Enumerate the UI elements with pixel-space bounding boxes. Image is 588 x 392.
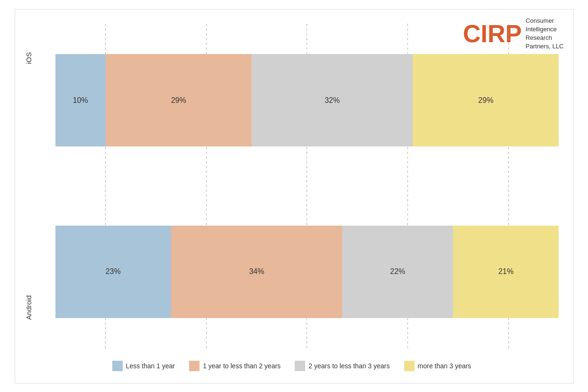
legend-swatch-gray	[295, 361, 305, 371]
ios-seg-blue: 10%	[55, 54, 106, 146]
legend: Less than 1 year 1 year to less than 2 y…	[25, 354, 559, 374]
chart-area: iOS Android 10% 29%	[25, 24, 559, 349]
legend-item-peach: 1 year to less than 2 years	[189, 361, 280, 371]
legend-swatch-blue	[112, 361, 123, 371]
legend-label-blue: Less than 1 year	[126, 362, 175, 370]
legend-label-gray: 2 years to less than 3 years	[308, 362, 389, 370]
ios-seg-gray: 32%	[252, 54, 413, 146]
android-stacked-bar: 23% 34% 22% 21%	[55, 226, 559, 318]
bars-wrapper: 10% 29% 32% 29% 23% 34% 22% 21%	[55, 24, 559, 349]
ios-bar-row: 10% 29% 32% 29%	[55, 24, 559, 164]
android-bar-row: 23% 34% 22% 21%	[55, 209, 559, 349]
ios-seg-yellow: 29%	[413, 54, 559, 146]
chart-container: CIRP Consumer Intelligence Research Part…	[15, 9, 574, 383]
y-label-android: Android	[25, 295, 51, 320]
legend-item-gray: 2 years to less than 3 years	[295, 361, 389, 371]
legend-item-blue: Less than 1 year	[112, 361, 175, 371]
legend-swatch-peach	[189, 361, 199, 371]
legend-item-yellow: more than 3 years	[404, 361, 471, 371]
bars-and-grid: 10% 29% 32% 29% 23% 34% 22% 21%	[55, 24, 559, 349]
android-seg-gray: 22%	[342, 226, 453, 318]
legend-swatch-yellow	[404, 361, 415, 371]
ios-seg-peach: 29%	[106, 54, 252, 146]
y-axis-labels: iOS Android	[25, 24, 55, 349]
y-label-ios: iOS	[25, 52, 51, 64]
legend-label-peach: 1 year to less than 2 years	[203, 362, 280, 370]
android-seg-yellow: 21%	[453, 226, 559, 318]
legend-label-yellow: more than 3 years	[418, 362, 471, 370]
bar-spacer	[55, 163, 559, 209]
ios-stacked-bar: 10% 29% 32% 29%	[55, 54, 559, 146]
android-seg-peach: 34%	[171, 226, 342, 318]
android-seg-blue: 23%	[55, 226, 171, 318]
